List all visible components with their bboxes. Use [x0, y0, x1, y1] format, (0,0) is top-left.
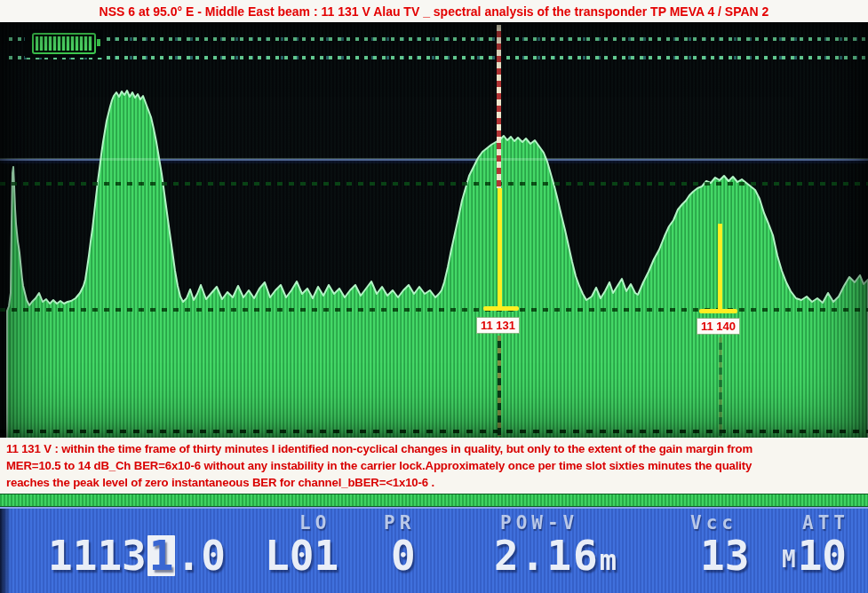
spectrum-display: 11 131 11 140 — [0, 22, 868, 438]
att-number: 10 — [798, 532, 847, 580]
top-dash-row-2 — [9, 56, 868, 59]
marker-line-11131[interactable] — [498, 188, 502, 307]
title-bar: NSS 6 at 95.0° E - Middle East beam : 11… — [0, 0, 868, 22]
pow-v-number: 2.16 — [494, 532, 600, 580]
reference-line-highlight — [0, 158, 868, 161]
frequency-cursor-digit[interactable]: 1 — [147, 535, 176, 576]
note-line-3: reaches the peak level of zero instantan… — [6, 474, 868, 491]
spectrum-polygon — [7, 91, 868, 438]
gridline-bottom-dashed — [0, 430, 868, 433]
lo-value: L01 — [265, 535, 338, 576]
marker-crossbar-11140[interactable] — [699, 309, 737, 313]
gridline-marker-level-overlay — [0, 308, 868, 312]
marker-label-11131: 11 131 — [477, 318, 519, 333]
spectrum-trace — [0, 22, 868, 438]
satellite-meter-screenshot: NSS 6 at 95.0° E - Middle East beam : 11… — [0, 0, 868, 593]
header-lo: LO — [299, 512, 330, 534]
vcc-value: 13 — [700, 535, 749, 576]
marker-tail-11131 — [498, 336, 501, 436]
battery-icon — [32, 33, 96, 54]
marker-tail-11140 — [719, 337, 722, 436]
gridline-upper-dashed-overlay — [0, 182, 868, 186]
top-dash-row-1 — [9, 37, 868, 41]
header-att: ATT — [802, 512, 849, 534]
page-title: NSS 6 at 95.0° E - Middle East beam : 11… — [100, 4, 769, 19]
att-value: M10 — [782, 535, 847, 580]
marker-line-11140[interactable] — [718, 224, 722, 310]
att-mode-prefix: M — [782, 546, 796, 573]
pow-v-value: 2.16m — [494, 535, 618, 581]
note-line-2: MER=10.5 to 14 dB_Ch BER=6x10-6 without … — [6, 457, 868, 474]
center-frequency-dashed-line — [497, 25, 501, 188]
header-vcc: Vcc — [690, 512, 737, 534]
meter-status-bar: LO PR POW-V Vcc ATT 11131.0 L01 0 2.16m … — [0, 507, 868, 593]
marker-crossbar-11131[interactable] — [483, 306, 519, 311]
marker-label-11140: 11 140 — [697, 319, 739, 334]
frequency-suffix: .0 — [176, 532, 225, 580]
pr-value: 0 — [391, 535, 416, 576]
screen-bottom-green-strip — [0, 494, 868, 507]
frequency-input[interactable]: 11131.0 — [48, 535, 226, 576]
battery-indicator-backing — [25, 29, 103, 58]
pow-v-unit: m — [600, 543, 618, 577]
header-pr: PR — [384, 512, 415, 534]
note-line-1: 11 131 V : within the time frame of thir… — [6, 440, 868, 457]
frequency-prefix: 1113 — [48, 532, 147, 580]
header-pow-v: POW-V — [500, 512, 578, 534]
analysis-note: 11 131 V : within the time frame of thir… — [0, 438, 868, 494]
